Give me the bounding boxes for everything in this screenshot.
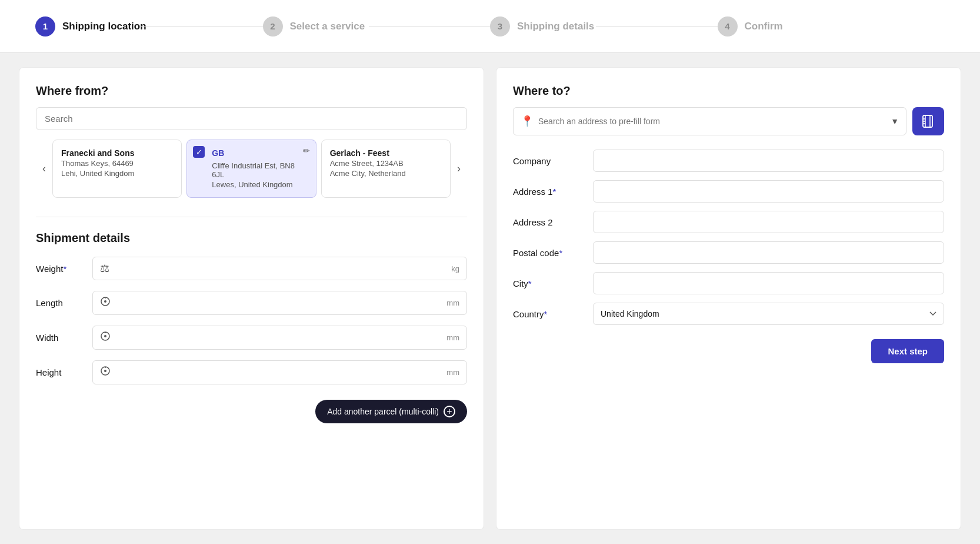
step-2-label: Select a service bbox=[290, 21, 365, 32]
width-input[interactable] bbox=[115, 333, 444, 343]
city-row: City* bbox=[513, 272, 944, 294]
address-book-icon bbox=[921, 115, 935, 128]
location-line2-gerlach: Acme City, Netherland bbox=[330, 169, 442, 178]
address-search-input[interactable] bbox=[538, 117, 886, 126]
width-label: Width bbox=[36, 333, 83, 343]
svg-point-4 bbox=[104, 335, 106, 337]
add-parcel-button[interactable]: Add another parcel (multi-colli) + bbox=[315, 400, 467, 423]
location-card-gerlach[interactable]: Gerlach - Feest Acme Street, 1234AB Acme… bbox=[321, 140, 451, 198]
step-4-number: 4 bbox=[718, 16, 738, 37]
from-search-input[interactable] bbox=[36, 107, 467, 130]
company-label: Company bbox=[513, 156, 584, 166]
address1-required: * bbox=[553, 187, 556, 197]
location-name-gerlach: Gerlach - Feest bbox=[330, 148, 442, 158]
svg-rect-10 bbox=[925, 115, 930, 127]
stepper: 1 Shipping location 2 Select a service 3… bbox=[0, 0, 980, 53]
step-3-label: Shipping details bbox=[517, 21, 594, 32]
right-panel: Where to? 📍 ▼ Company bbox=[496, 67, 961, 530]
main-content: Where from? ‹ Franecki and Sons Thomas K… bbox=[0, 53, 980, 544]
location-card-gb[interactable]: ✓ ✏ GB Cliffe Industrial Est, BN8 6JL Le… bbox=[186, 140, 316, 198]
step-2-number: 2 bbox=[263, 16, 283, 37]
step-3[interactable]: 3 Shipping details bbox=[490, 16, 718, 37]
step-1[interactable]: 1 Shipping location bbox=[35, 16, 263, 37]
length-unit: mm bbox=[446, 298, 459, 307]
country-row: Country* United Kingdom Netherlands Germ… bbox=[513, 303, 944, 325]
city-required: * bbox=[528, 278, 532, 288]
postal-input[interactable] bbox=[593, 241, 944, 264]
width-icon bbox=[100, 331, 111, 344]
postal-required: * bbox=[559, 248, 562, 258]
weight-required: * bbox=[63, 264, 66, 274]
location-name-franecki: Franecki and Sons bbox=[61, 148, 173, 158]
gb-card-header: GB bbox=[195, 148, 307, 158]
address1-label: Address 1* bbox=[513, 187, 584, 197]
where-from-title: Where from? bbox=[36, 84, 467, 98]
address-book-button[interactable] bbox=[912, 107, 944, 135]
step-1-number: 1 bbox=[35, 16, 55, 37]
edit-location-icon[interactable]: ✏ bbox=[303, 146, 310, 155]
add-parcel-label: Add another parcel (multi-colli) bbox=[327, 407, 439, 416]
svg-point-1 bbox=[104, 300, 106, 303]
step-3-number: 3 bbox=[490, 16, 510, 37]
location-cards: Franecki and Sons Thomas Keys, 64469 Leh… bbox=[52, 140, 451, 198]
location-line2-gb: Lewes, United Kingdom bbox=[195, 180, 307, 189]
location-line1-gerlach: Acme Street, 1234AB bbox=[330, 159, 442, 168]
weight-unit: kg bbox=[451, 264, 459, 273]
company-row: Company bbox=[513, 150, 944, 172]
selected-check-icon: ✓ bbox=[193, 146, 205, 158]
length-label: Length bbox=[36, 298, 83, 308]
city-input[interactable] bbox=[593, 272, 944, 294]
address-dropdown-arrow-icon[interactable]: ▼ bbox=[891, 117, 899, 126]
location-line1-franecki: Thomas Keys, 64469 bbox=[61, 159, 173, 168]
height-label: Height bbox=[36, 367, 83, 377]
company-input[interactable] bbox=[593, 150, 944, 172]
address1-row: Address 1* bbox=[513, 180, 944, 203]
postal-row: Postal code* bbox=[513, 241, 944, 264]
location-pin-icon: 📍 bbox=[521, 115, 534, 128]
weight-icon: ⚖ bbox=[100, 262, 109, 275]
height-input-wrap: mm bbox=[92, 360, 467, 384]
postal-label: Postal code* bbox=[513, 248, 584, 258]
carousel-prev-arrow[interactable]: ‹ bbox=[36, 161, 52, 177]
length-icon bbox=[100, 296, 111, 310]
shipment-title: Shipment details bbox=[36, 231, 467, 245]
country-required: * bbox=[544, 309, 548, 319]
left-panel: Where from? ‹ Franecki and Sons Thomas K… bbox=[19, 67, 484, 530]
step-2[interactable]: 2 Select a service bbox=[263, 16, 491, 37]
location-line2-franecki: Lehi, United Kingdom bbox=[61, 169, 173, 178]
next-step-button[interactable]: Next step bbox=[871, 339, 944, 363]
step-4-label: Confirm bbox=[745, 21, 783, 32]
address2-input[interactable] bbox=[593, 211, 944, 233]
address2-row: Address 2 bbox=[513, 211, 944, 233]
height-input[interactable] bbox=[115, 368, 444, 377]
address-search-row: 📍 ▼ bbox=[513, 107, 944, 135]
width-input-wrap: mm bbox=[92, 326, 467, 350]
step-1-label: Shipping location bbox=[62, 21, 146, 32]
carousel-next-arrow[interactable]: › bbox=[451, 161, 467, 177]
weight-input[interactable] bbox=[114, 264, 449, 273]
height-icon bbox=[100, 366, 111, 379]
weight-input-wrap: ⚖ kg bbox=[92, 257, 467, 280]
country-label: Country* bbox=[513, 309, 584, 319]
height-unit: mm bbox=[446, 368, 459, 377]
step-4[interactable]: 4 Confirm bbox=[718, 16, 945, 37]
location-line1-gb: Cliffe Industrial Est, BN8 6JL bbox=[195, 161, 307, 179]
address2-label: Address 2 bbox=[513, 217, 584, 227]
weight-row: Weight* ⚖ kg bbox=[36, 257, 467, 280]
location-carousel: ‹ Franecki and Sons Thomas Keys, 64469 L… bbox=[36, 140, 467, 198]
address1-input[interactable] bbox=[593, 180, 944, 203]
city-label: City* bbox=[513, 278, 584, 288]
svg-point-7 bbox=[104, 370, 106, 372]
add-parcel-plus-icon: + bbox=[444, 406, 455, 417]
address-search-wrap: 📍 ▼ bbox=[513, 107, 906, 135]
length-input[interactable] bbox=[115, 298, 444, 308]
width-row: Width mm bbox=[36, 326, 467, 350]
where-to-title: Where to? bbox=[513, 84, 944, 98]
divider-1 bbox=[36, 217, 467, 217]
length-input-wrap: mm bbox=[92, 291, 467, 315]
country-select[interactable]: United Kingdom Netherlands Germany Franc… bbox=[593, 303, 944, 325]
location-card-franecki[interactable]: Franecki and Sons Thomas Keys, 64469 Leh… bbox=[52, 140, 182, 198]
location-code-gb: GB bbox=[212, 148, 224, 158]
length-row: Length mm bbox=[36, 291, 467, 315]
weight-label: Weight* bbox=[36, 264, 83, 274]
